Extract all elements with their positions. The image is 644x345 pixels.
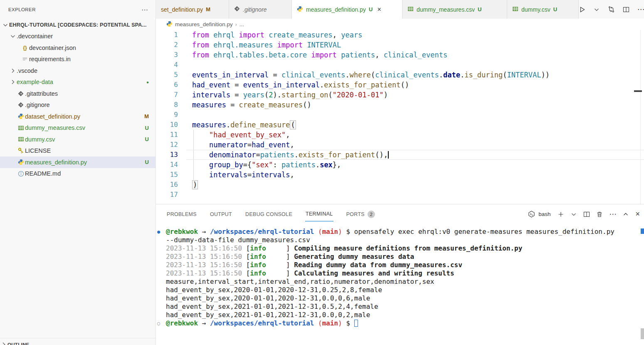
- breadcrumb: measures_definition.py › ...: [156, 19, 644, 30]
- tree-item-readme.md[interactable]: README.md: [0, 168, 155, 180]
- code-line-10[interactable]: 10measures.define_measure(: [156, 120, 644, 130]
- more-actions-icon[interactable]: ⋯: [637, 5, 644, 14]
- panel-tab-terminal[interactable]: TERMINAL: [305, 207, 333, 221]
- run-icon[interactable]: [579, 6, 585, 13]
- code-line-4[interactable]: 4: [156, 60, 644, 70]
- new-terminal-icon[interactable]: [558, 211, 564, 218]
- tree-item-.gitignore[interactable]: .gitignore: [0, 99, 155, 111]
- code-line-15[interactable]: 15 intervals=intervals,: [156, 170, 644, 180]
- line-number: 6: [156, 80, 186, 90]
- panel-tab-debug-console[interactable]: DEBUG CONSOLE: [245, 207, 293, 221]
- gitfile-icon: [234, 6, 240, 13]
- code-editor[interactable]: 1from ehrql import create_measures, year…: [156, 30, 644, 204]
- line-number: 14: [156, 160, 186, 170]
- line-number: 7: [156, 90, 186, 100]
- code-line-17[interactable]: 17: [156, 190, 644, 200]
- ports-count-badge: 2: [368, 211, 375, 218]
- outline-section[interactable]: OUTLINE: [0, 338, 155, 345]
- line-number: 3: [156, 50, 186, 60]
- tree-item-label: measures_definition.py: [25, 159, 145, 166]
- kill-terminal-icon[interactable]: [596, 211, 603, 218]
- open-changes-icon[interactable]: [608, 6, 615, 13]
- chevron-right-icon: [0, 341, 7, 345]
- command-decoration-icon[interactable]: ●: [157, 228, 160, 236]
- breadcrumb-symbol[interactable]: ...: [239, 21, 244, 27]
- panel-tab-label: PORTS: [346, 211, 365, 217]
- tab-.gitignore[interactable]: .gitignore: [229, 0, 292, 19]
- tab-set-definition.py[interactable]: set_definition.pyM: [156, 0, 229, 19]
- panel-tab-label: PROBLEMS: [167, 211, 197, 217]
- tree-item-dataset-definition.py[interactable]: dataset_definition.pyM: [0, 111, 155, 122]
- code-text: [186, 110, 644, 120]
- code-line-9[interactable]: 9: [156, 110, 644, 120]
- terminal-shell-label[interactable]: bash: [538, 211, 550, 217]
- terminal-line-7: measure,interval_start,interval_end,rati…: [156, 278, 644, 286]
- code-line-3[interactable]: 3from ehrql.tables.beta.core import pati…: [156, 50, 644, 60]
- code-line-6[interactable]: 6had_event = events_in_interval.exists_f…: [156, 80, 644, 90]
- code-line-14[interactable]: 14 group_by={"sex": patients.sex},: [156, 160, 644, 170]
- chevron-right-icon: [9, 79, 17, 85]
- tab-label: dummy_measures.csv: [417, 6, 475, 13]
- terminal-line-9: had_event_by_sex,2020-01-01,2020-12-31,0…: [156, 294, 644, 303]
- reqlist-icon: [21, 56, 29, 62]
- tree-item-label: .vscode: [17, 67, 155, 74]
- terminal-line-12: ○@rebkwok → /workspaces/ehrql-tutorial (…: [156, 319, 644, 328]
- tab-label: .gitignore: [243, 6, 267, 13]
- code-line-2[interactable]: 2from ehrql.measures import INTERVAL: [156, 40, 644, 50]
- tree-item-license[interactable]: LICENSE: [0, 145, 155, 157]
- tree-item-requirements.in[interactable]: requirements.in: [0, 54, 155, 65]
- tree-item-label: dummy.csv: [25, 136, 145, 143]
- explorer-more-actions-icon[interactable]: ⋯: [141, 6, 148, 14]
- code-text: measures = create_measures(): [186, 100, 644, 110]
- tree-item-label: requirements.in: [29, 56, 155, 62]
- tree-item-ehrql-tutorial-codespaces-potential-spa...[interactable]: EHRQL-TUTORIAL [CODESPACES: POTENTIAL SP…: [0, 19, 155, 31]
- tab-measures-definition.py[interactable]: measures_definition.pyU×: [292, 0, 402, 19]
- code-line-1[interactable]: 1from ehrql import create_measures, year…: [156, 30, 644, 40]
- tree-item-.vscode[interactable]: .vscode: [0, 65, 155, 77]
- code-line-8[interactable]: 8measures = create_measures(): [156, 100, 644, 110]
- chevron-right-icon: [9, 67, 17, 74]
- panel-tab-output[interactable]: OUTPUT: [210, 207, 232, 221]
- git-status-badge: U: [369, 6, 373, 12]
- code-text: from ehrql.measures import INTERVAL: [186, 40, 644, 50]
- tab-dummy-measures.csv[interactable]: dummy_measures.csvU: [402, 0, 507, 19]
- maximize-panel-icon[interactable]: [622, 211, 629, 218]
- close-panel-icon[interactable]: ×: [635, 210, 640, 218]
- tree-item-example-data[interactable]: example-data●: [0, 77, 155, 88]
- tab-dummy.csv[interactable]: dummy.csvU: [507, 0, 579, 19]
- code-line-5[interactable]: 5events_in_interval = clinical_events.wh…: [156, 70, 644, 80]
- git-status-badge: U: [145, 136, 149, 142]
- split-terminal-icon[interactable]: [583, 211, 590, 218]
- panel-tab-ports[interactable]: PORTS2: [346, 207, 375, 221]
- code-text: [186, 60, 644, 70]
- terminal-line-6: 2023-11-13 15:16:50 [info ] Calculating …: [156, 269, 644, 278]
- close-tab-icon[interactable]: ×: [377, 6, 381, 13]
- code-line-16[interactable]: 16): [156, 180, 644, 190]
- command-decoration-icon[interactable]: ○: [157, 319, 160, 328]
- line-number: 1: [156, 30, 186, 40]
- csv-icon: [407, 6, 414, 13]
- tree-item-.gitattributes[interactable]: .gitattributes: [0, 88, 155, 99]
- tree-item-dummy.csv[interactable]: dummy.csvU: [0, 134, 155, 145]
- csv-icon: [17, 125, 25, 131]
- code-line-12[interactable]: 12 numerator=had_event,: [156, 140, 644, 150]
- code-line-11[interactable]: 11 "had_event_by_sex",: [156, 130, 644, 140]
- run-dropdown[interactable]: [593, 6, 600, 13]
- terminal-dropdown[interactable]: [570, 211, 577, 218]
- terminal-scrollbar-thumb[interactable]: [641, 328, 644, 339]
- tree-item-devcontainer.json[interactable]: {}devcontainer.json: [0, 42, 155, 54]
- split-editor-icon[interactable]: [623, 6, 629, 13]
- code-line-13[interactable]: 13 denominator=patients.exists_for_patie…: [156, 150, 644, 160]
- code-line-7[interactable]: 7intervals = years(2).starting_on("2020-…: [156, 90, 644, 100]
- terminal[interactable]: ●@rebkwok → /workspaces/ehrql-tutorial (…: [156, 224, 644, 345]
- tree-item-measures-definition.py[interactable]: measures_definition.pyU: [0, 156, 155, 168]
- terminal-line-5: 2023-11-13 15:16:50 [info ] Reading dumm…: [156, 261, 644, 269]
- tree-item-label: EHRQL-TUTORIAL [CODESPACES: POTENTIAL SP…: [9, 22, 155, 28]
- more-actions-icon[interactable]: ⋯: [609, 210, 616, 218]
- tree-item-.devcontainer[interactable]: .devcontainer: [0, 31, 155, 42]
- tree-item-dummy-measures.csv[interactable]: dummy_measures.csvU: [0, 122, 155, 134]
- git-status-badge: U: [553, 6, 557, 12]
- panel-tab-problems[interactable]: PROBLEMS: [166, 207, 197, 221]
- code-text: ): [186, 180, 644, 190]
- breadcrumb-file[interactable]: measures_definition.py: [175, 21, 233, 27]
